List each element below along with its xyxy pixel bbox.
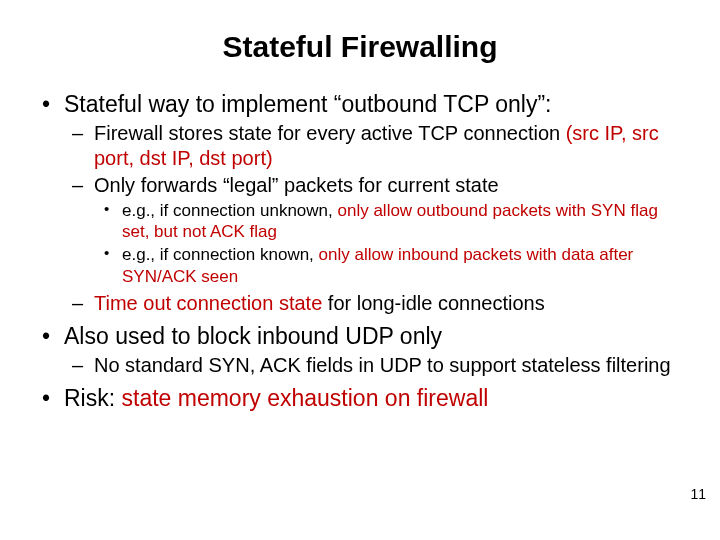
page-number: 11 xyxy=(690,486,706,502)
bullet-2-text: Also used to block inbound UDP only xyxy=(64,323,442,349)
bullet-1-sub-2-sub-2: e.g., if connection known, only allow in… xyxy=(122,244,684,287)
bullet-1-sub-1-a: Firewall stores state for every active T… xyxy=(94,122,566,144)
bullet-2-sub-1: No standard SYN, ACK fields in UDP to su… xyxy=(94,353,684,378)
bullet-1-sub-1: Firewall stores state for every active T… xyxy=(94,121,684,171)
bullet-3: Risk: state memory exhaustion on firewal… xyxy=(64,384,684,413)
b1s2x2-a: e.g., if connection known, xyxy=(122,245,319,264)
bullet-1-text: Stateful way to implement “outbound TCP … xyxy=(64,91,552,117)
slide: Stateful Firewalling Stateful way to imp… xyxy=(0,0,720,540)
bullet-1: Stateful way to implement “outbound TCP … xyxy=(64,90,684,316)
slide-title: Stateful Firewalling xyxy=(36,30,684,64)
bullet-list: Stateful way to implement “outbound TCP … xyxy=(36,90,684,412)
bullet-1-sub-2-sub-1: e.g., if connection unknown, only allow … xyxy=(122,200,684,243)
bullet-3-b: state memory exhaustion on firewall xyxy=(122,385,489,411)
b1s2x1-a: e.g., if connection unknown, xyxy=(122,201,337,220)
bullet-1-sub-3-a: Time out connection state xyxy=(94,292,322,314)
bullet-1-sub-3: Time out connection state for long-idle … xyxy=(94,291,684,316)
bullet-1-sub: Firewall stores state for every active T… xyxy=(64,121,684,316)
bullet-3-a: Risk: xyxy=(64,385,122,411)
bullet-1-sub-2-text: Only forwards “legal” packets for curren… xyxy=(94,174,499,196)
bullet-1-sub-3-b: for long-idle connections xyxy=(322,292,544,314)
bullet-2-sub-1-text: No standard SYN, ACK fields in UDP to su… xyxy=(94,354,671,376)
bullet-2: Also used to block inbound UDP only No s… xyxy=(64,322,684,378)
bullet-2-sub: No standard SYN, ACK fields in UDP to su… xyxy=(64,353,684,378)
bullet-1-sub-2: Only forwards “legal” packets for curren… xyxy=(94,173,684,287)
bullet-1-sub-2-sub: e.g., if connection unknown, only allow … xyxy=(94,200,684,287)
